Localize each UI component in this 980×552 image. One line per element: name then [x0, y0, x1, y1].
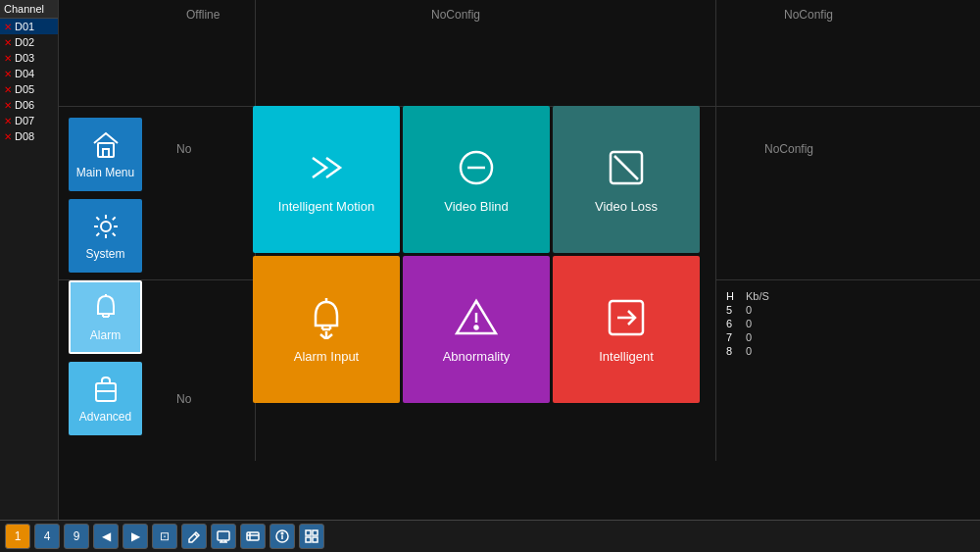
taskbar-btn-next[interactable]: ▶: [122, 524, 148, 549]
video-blind-button[interactable]: Video Blind: [403, 106, 550, 253]
taskbar-btn-info[interactable]: [270, 524, 295, 549]
noconfig-top-right: NoConfig: [784, 8, 833, 22]
kbs-ch-6: 6: [720, 317, 740, 330]
svg-point-2: [101, 222, 111, 231]
svg-rect-34: [306, 530, 311, 535]
sidebar-label-d05: D05: [15, 83, 34, 95]
x-icon-d06: ✕: [4, 100, 12, 111]
kbs-table: H Kb/S 5 0 6 0 7 0 8 0: [720, 289, 775, 358]
kbs-ch-8: 8: [720, 344, 740, 358]
minus-circle-icon: [455, 146, 498, 189]
noconfig-top-mid: NoConfig: [431, 8, 480, 22]
noconfig-mid-right: NoConfig: [764, 142, 813, 156]
offline-label: Offline: [186, 8, 220, 22]
svg-line-12: [614, 156, 638, 179]
alarm-label: Alarm: [90, 328, 121, 342]
menu-icon: [305, 529, 318, 543]
kbs-col-kbs: Kb/S: [740, 289, 775, 303]
svg-point-33: [281, 532, 283, 534]
network-icon: [246, 529, 260, 543]
main-area: Offline NoConfig NoConfig No NoConfig No…: [59, 0, 980, 520]
alarm-input-button[interactable]: Alarm Input: [253, 256, 400, 403]
x-icon-d04: ✕: [4, 69, 12, 79]
main-menu-label: Main Menu: [76, 166, 134, 179]
sidebar-label-d02: D02: [15, 36, 34, 48]
sidebar-item-d05[interactable]: ✕ D05: [0, 81, 58, 97]
alarm-input-label: Alarm Input: [294, 349, 359, 364]
svg-rect-35: [313, 530, 318, 535]
gear-icon: [90, 211, 122, 242]
sidebar-label-d07: D07: [15, 115, 34, 126]
abnormality-button[interactable]: Abnormality: [403, 256, 550, 403]
svg-rect-36: [306, 537, 311, 542]
sidebar-item-d08[interactable]: ✕ D08: [0, 128, 58, 144]
right-arrow-icon: ▶: [131, 529, 140, 543]
kbs-col-h: H: [720, 289, 740, 303]
svg-rect-28: [247, 532, 259, 540]
svg-rect-24: [218, 531, 229, 540]
alarm-button[interactable]: Alarm: [69, 280, 142, 354]
intelligent-motion-label: Intelligent Motion: [278, 199, 374, 214]
sidebar-item-d03[interactable]: ✕ D03: [0, 50, 58, 66]
sidebar-item-d02[interactable]: ✕ D02: [0, 34, 58, 50]
home-icon: [90, 129, 122, 161]
taskbar-btn-4-label: 4: [44, 529, 51, 543]
bell-down-icon: [305, 296, 348, 339]
sidebar-item-d01[interactable]: ✕ D01: [0, 19, 58, 34]
sidebar-label-d03: D03: [15, 52, 34, 64]
taskbar-btn-view[interactable]: ⊡: [152, 524, 177, 549]
sidebar: Channel ✕ D01 ✕ D02 ✕ D03 ✕ D04 ✕ D05 ✕ …: [0, 0, 59, 520]
sidebar-label-d06: D06: [15, 99, 34, 111]
video-blind-label: Video Blind: [444, 199, 509, 214]
kbs-val-7: 0: [740, 330, 775, 344]
slash-box-icon: [605, 146, 648, 189]
taskbar-btn-menu[interactable]: [299, 524, 324, 549]
taskbar-btn-4[interactable]: 4: [34, 524, 60, 549]
sidebar-item-d06[interactable]: ✕ D06: [0, 97, 58, 113]
kbs-val-8: 0: [740, 344, 775, 358]
sidebar-item-d07[interactable]: ✕ D07: [0, 113, 58, 128]
x-icon-d08: ✕: [4, 131, 12, 142]
triangle-exclaim-icon: [455, 296, 498, 339]
kbs-val-6: 0: [740, 317, 775, 330]
video-loss-label: Video Loss: [595, 199, 658, 214]
sidebar-label-d01: D01: [15, 21, 34, 32]
system-label: System: [85, 247, 124, 261]
taskbar-btn-network[interactable]: [240, 524, 266, 549]
bag-icon: [90, 374, 122, 405]
svg-rect-37: [313, 537, 318, 542]
x-icon-d07: ✕: [4, 116, 12, 126]
noconfig-mid-left: No: [176, 142, 191, 156]
main-menu-button[interactable]: Main Menu: [69, 118, 142, 191]
advanced-label: Advanced: [79, 410, 131, 424]
kbs-ch-7: 7: [720, 330, 740, 344]
kbs-val-5: 0: [740, 303, 775, 317]
x-icon-d05: ✕: [4, 84, 12, 95]
noconfig-bot-left: No: [176, 392, 191, 406]
abnormality-label: Abnormality: [443, 349, 511, 364]
bell-icon: [90, 292, 122, 324]
svg-point-20: [475, 326, 478, 328]
advanced-button[interactable]: Advanced: [69, 362, 142, 435]
taskbar-btn-1-label: 1: [15, 529, 22, 543]
taskbar-btn-9[interactable]: 9: [64, 524, 89, 549]
taskbar: 1 4 9 ◀ ▶ ⊡: [0, 520, 980, 552]
info-icon: [275, 529, 289, 543]
taskbar-btn-edit[interactable]: [181, 524, 207, 549]
menu-buttons-panel: Main Menu System Alarm: [69, 118, 142, 435]
system-button[interactable]: System: [69, 199, 142, 273]
arrow-right-box-icon: [605, 296, 648, 339]
sidebar-label-d08: D08: [15, 130, 34, 142]
sidebar-label-d04: D04: [15, 68, 34, 79]
intelligent-label: Intelligent: [599, 349, 654, 364]
video-loss-button[interactable]: Video Loss: [553, 106, 700, 253]
intelligent-button[interactable]: Intelligent: [553, 256, 700, 403]
taskbar-btn-1[interactable]: 1: [5, 524, 30, 549]
taskbar-btn-9-label: 9: [74, 529, 80, 543]
sidebar-item-d04[interactable]: ✕ D04: [0, 66, 58, 81]
grid-menu: Intelligent Motion Video Blind Video Los…: [253, 106, 700, 403]
taskbar-btn-prev[interactable]: ◀: [93, 524, 119, 549]
view-icon: ⊡: [160, 529, 170, 543]
intelligent-motion-button[interactable]: Intelligent Motion: [253, 106, 400, 253]
taskbar-btn-screen[interactable]: [211, 524, 236, 549]
